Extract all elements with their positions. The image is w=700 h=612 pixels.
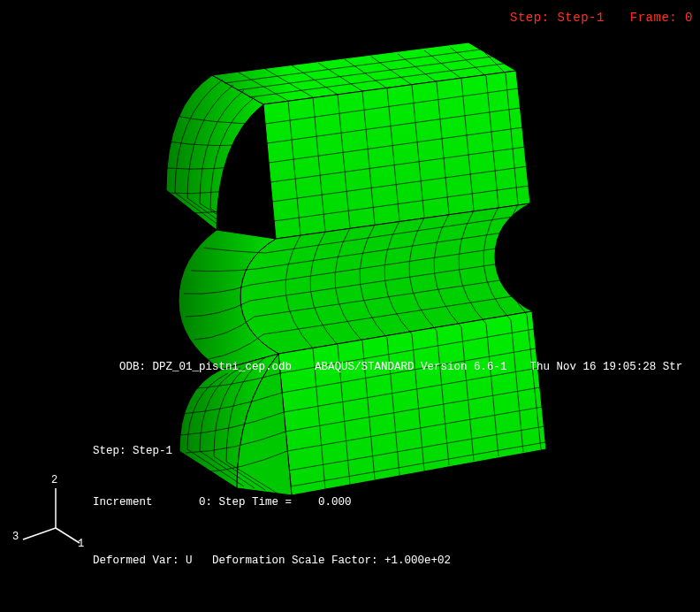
triad-axis-3: 3 xyxy=(12,531,19,543)
odb-timestamp: Thu Nov 16 19:05:28 Str xyxy=(530,361,683,373)
orientation-triad: 2 3 1 xyxy=(16,479,87,550)
deformed-line: Deformed Var: U Deformation Scale Factor… xyxy=(93,553,700,570)
status-step: Step: Step-1 xyxy=(510,11,605,25)
triad-axis-1: 1 xyxy=(78,538,84,550)
odb-line: ODB: DPZ_01_pistni_cep.odbABAQUS/STANDAR… xyxy=(93,341,700,393)
status-frame: Frame: 0 xyxy=(630,11,693,25)
triad-axis-2: 2 xyxy=(51,474,57,486)
info-block: ODB: DPZ_01_pistni_cep.odbABAQUS/STANDAR… xyxy=(93,307,700,587)
odb-file: ODB: DPZ_01_pistni_cep.odb xyxy=(119,361,292,373)
abaqus-version: ABAQUS/STANDARD Version 6.6-1 xyxy=(315,361,507,373)
svg-line-1 xyxy=(23,528,56,539)
step-line: Step: Step-1 xyxy=(93,443,700,460)
increment-line: Increment 0: Step Time = 0.000 xyxy=(93,494,700,511)
svg-line-2 xyxy=(56,528,80,543)
status-bar: Step: Step-1 Frame: 0 xyxy=(492,11,693,25)
